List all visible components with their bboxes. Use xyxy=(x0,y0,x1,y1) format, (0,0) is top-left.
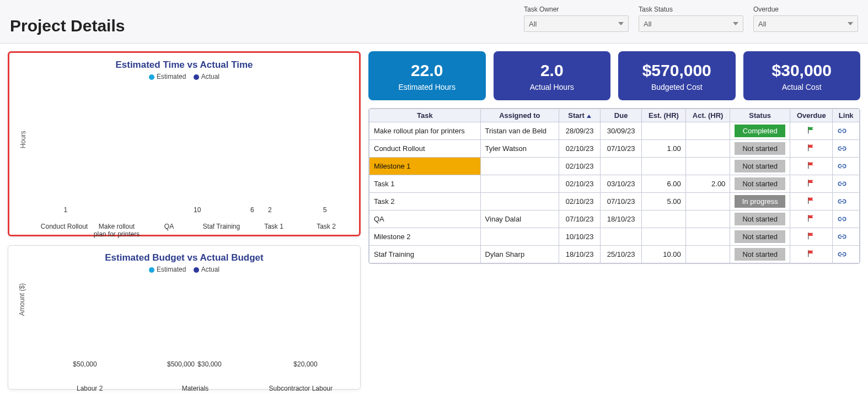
link-icon[interactable] xyxy=(837,164,855,169)
cell-link[interactable] xyxy=(833,246,860,263)
chart-budget-ylabel: Amount ($) xyxy=(18,283,26,316)
status-chip: Not started xyxy=(735,213,785,225)
link-icon[interactable] xyxy=(837,217,855,222)
cell-act xyxy=(685,122,730,140)
cell-due: 07/10/23 xyxy=(601,193,642,210)
filters: Task OwnerAllTask StatusAllOverdueAll xyxy=(524,6,858,32)
task-table-header-row: TaskAssigned toStartDueEst. (HR)Act. (HR… xyxy=(369,109,860,122)
table-row[interactable]: Task 202/10/2307/10/235.00In progress xyxy=(369,193,860,210)
table-row[interactable]: QAVinay Dalal07/10/2318/10/23Not started xyxy=(369,210,860,228)
link-icon[interactable] xyxy=(837,181,855,186)
cell-act xyxy=(685,158,730,175)
chevron-down-icon xyxy=(618,22,624,25)
flag-icon xyxy=(807,161,815,169)
link-icon[interactable] xyxy=(837,199,855,204)
cell-act xyxy=(685,140,730,158)
bar-value-label: $500,000 xyxy=(167,360,195,368)
cell-start: 10/10/23 xyxy=(559,228,601,246)
status-chip: Not started xyxy=(735,142,785,155)
bar-group: 1 xyxy=(57,206,74,215)
link-icon[interactable] xyxy=(837,128,855,133)
cell-link[interactable] xyxy=(833,158,860,175)
cell-due xyxy=(601,158,642,175)
filter-value: All xyxy=(644,20,651,28)
cell-status: Completed xyxy=(730,122,790,140)
column-link[interactable]: Link xyxy=(833,109,860,122)
column-start[interactable]: Start xyxy=(559,109,601,122)
cell-status: Not started xyxy=(730,246,790,263)
column-assigned-to[interactable]: Assigned to xyxy=(480,109,559,122)
kpi-label: Budgeted Cost xyxy=(623,83,731,91)
link-icon[interactable] xyxy=(837,252,855,257)
x-tick-label: Labour 2 xyxy=(46,385,134,392)
cell-assigned xyxy=(480,193,559,210)
chart-time-ylabel: Hours xyxy=(19,131,27,148)
cell-assigned xyxy=(480,228,559,246)
table-row[interactable]: Milestone 102/10/23Not started xyxy=(369,158,860,175)
link-icon[interactable] xyxy=(837,234,855,239)
legend-label-actual: Actual xyxy=(201,73,219,80)
x-tick-label: Make rollout plan for printers xyxy=(92,223,142,238)
filter-label: Overdue xyxy=(753,6,858,13)
cell-act xyxy=(685,246,730,263)
column-est-hr-[interactable]: Est. (HR) xyxy=(642,109,686,122)
cell-task: Milestone 2 xyxy=(369,228,481,246)
cell-overdue xyxy=(790,175,833,193)
column-overdue[interactable]: Overdue xyxy=(790,109,833,122)
cell-start: 18/10/23 xyxy=(559,246,601,263)
cell-start: 02/10/23 xyxy=(559,175,601,193)
cell-act xyxy=(685,228,730,246)
filter-value: All xyxy=(758,20,766,28)
cell-est: 1.00 xyxy=(642,140,686,158)
legend-dot-estimated xyxy=(149,74,154,80)
status-chip: Not started xyxy=(735,160,785,172)
column-status[interactable]: Status xyxy=(730,109,790,122)
cell-overdue xyxy=(790,210,833,228)
cell-start: 02/10/23 xyxy=(559,158,601,175)
kpi-value: 2.0 xyxy=(498,61,607,79)
column-task[interactable]: Task xyxy=(369,109,481,122)
cell-link[interactable] xyxy=(833,228,860,246)
cell-status: Not started xyxy=(730,140,790,158)
filter-select[interactable]: All xyxy=(639,15,743,32)
table-row[interactable]: Task 102/10/2303/10/236.002.00Not starte… xyxy=(369,175,860,193)
x-tick-label: QA xyxy=(144,223,194,238)
x-tick-label: Subcontractor Labour xyxy=(256,385,345,392)
cell-est xyxy=(642,228,686,246)
legend-dot-estimated xyxy=(149,267,154,273)
x-tick-label: Task 2 xyxy=(302,223,351,238)
bar-value-label: 5 xyxy=(323,206,327,214)
cell-link[interactable] xyxy=(833,193,860,210)
table-row[interactable]: Make rollout plan for printersTristan va… xyxy=(369,122,860,140)
kpi-label: Estimated Hours xyxy=(373,83,481,91)
cell-est xyxy=(642,158,686,175)
kpi-actual-cost: $30,000Actual Cost xyxy=(743,51,861,100)
filter-select[interactable]: All xyxy=(524,15,629,32)
status-chip: Not started xyxy=(735,230,785,243)
column-act-hr-[interactable]: Act. (HR) xyxy=(685,109,730,122)
cell-due: 30/09/23 xyxy=(601,122,642,140)
cell-link[interactable] xyxy=(833,210,860,228)
cell-link[interactable] xyxy=(833,122,860,140)
bar-value-label: 2 xyxy=(268,206,272,214)
chart-time-title: Estimated Time vs Actual Time xyxy=(16,60,352,71)
link-icon[interactable] xyxy=(837,146,855,151)
flag-icon xyxy=(807,179,815,187)
cell-link[interactable] xyxy=(833,175,860,193)
kpi-label: Actual Cost xyxy=(748,83,856,91)
filter-select[interactable]: All xyxy=(753,15,858,32)
legend-label-actual-2: Actual xyxy=(201,266,219,273)
cell-link[interactable] xyxy=(833,140,860,158)
legend-label-estimated: Estimated xyxy=(157,73,186,80)
cell-act xyxy=(685,210,730,228)
table-row[interactable]: Milestone 210/10/23Not started xyxy=(369,228,860,246)
filter-task-status: Task StatusAll xyxy=(639,6,743,32)
bar-group: $50,000 xyxy=(71,360,99,369)
cell-est: 5.00 xyxy=(642,193,686,210)
table-row[interactable]: Conduct RolloutTyler Watson02/10/2307/10… xyxy=(369,140,860,158)
cell-assigned xyxy=(480,158,559,175)
table-row[interactable]: Staf TrainingDylan Sharp18/10/2325/10/23… xyxy=(369,246,860,263)
cell-assigned: Vinay Dalal xyxy=(480,210,559,228)
cell-task: Make rollout plan for printers xyxy=(369,122,481,140)
column-due[interactable]: Due xyxy=(601,109,642,122)
